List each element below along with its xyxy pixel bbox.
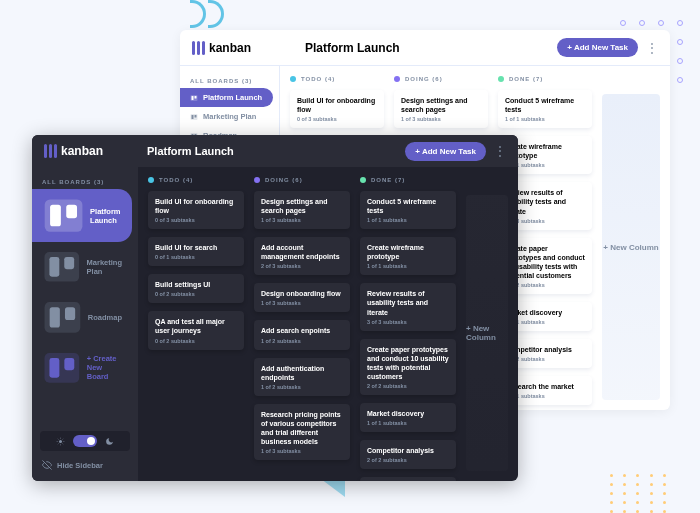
task-subtasks: 2 of 2 subtasks <box>367 457 449 463</box>
svg-rect-14 <box>64 257 74 269</box>
theme-toggle[interactable] <box>40 431 130 451</box>
task-card[interactable]: Design settings and search pages1 of 3 s… <box>254 191 350 229</box>
kebab-menu-icon[interactable]: ⋮ <box>646 41 658 55</box>
task-title: Create wireframe prototype <box>367 243 449 261</box>
task-card[interactable]: Build UI for onboarding flow0 of 3 subta… <box>290 90 384 128</box>
task-card[interactable]: Build settings UI0 of 2 subtasks <box>148 274 244 303</box>
task-title: Design settings and search pages <box>401 96 481 114</box>
column-header: DONE (7) <box>498 76 592 82</box>
sidebar-item-label: Marketing Plan <box>87 258 122 276</box>
task-card[interactable]: QA and test all major user journeys0 of … <box>148 311 244 349</box>
sidebar: ALL BOARDS (3) Platform LaunchMarketing … <box>32 167 138 481</box>
svg-rect-1 <box>192 96 194 100</box>
column-header: DONE (7) <box>360 177 456 183</box>
task-card[interactable]: Review results of usability tests and it… <box>360 283 456 330</box>
column-name: DONE (7) <box>509 76 543 82</box>
svg-rect-10 <box>50 205 61 227</box>
board-columns: TODO (4)Build UI for onboarding flow0 of… <box>138 167 518 481</box>
column: DOING (6)Design settings and search page… <box>254 177 350 471</box>
task-subtasks: 2 of 3 subtasks <box>261 263 343 269</box>
svg-rect-19 <box>49 357 59 377</box>
task-title: Build UI for search <box>155 243 237 252</box>
task-title: Add account management endpoints <box>261 243 343 261</box>
sidebar-item-marketing-plan[interactable]: Marketing Plan <box>32 242 132 292</box>
moon-icon <box>105 437 114 446</box>
task-title: Research pricing points of various compe… <box>261 410 343 446</box>
hide-sidebar-label: Hide Sidebar <box>57 461 103 470</box>
task-card[interactable]: Conduct 5 wireframe tests1 of 1 subtasks <box>360 191 456 229</box>
decoration-dots <box>610 474 670 513</box>
app-name: kanban <box>209 41 251 55</box>
task-card[interactable]: Add search enpoints1 of 2 subtasks <box>254 320 350 349</box>
sun-icon <box>56 437 65 446</box>
column-name: DOING (6) <box>265 177 303 183</box>
task-subtasks: 0 of 1 subtasks <box>155 254 237 260</box>
task-subtasks: 0 of 2 subtasks <box>155 338 237 344</box>
task-subtasks: 1 of 1 subtasks <box>367 217 449 223</box>
svg-point-21 <box>59 440 62 443</box>
column-header: TODO (4) <box>290 76 384 82</box>
task-title: Build settings UI <box>155 280 237 289</box>
page-title: Platform Launch <box>305 41 400 55</box>
task-title: Build UI for onboarding flow <box>155 197 237 215</box>
sidebar-item-label: Platform Launch <box>90 207 122 225</box>
task-subtasks: 0 of 3 subtasks <box>155 217 237 223</box>
task-card[interactable]: Add authentication endpoints1 of 2 subta… <box>254 358 350 396</box>
column-name: DONE (7) <box>371 177 405 183</box>
task-card[interactable]: Research the market1 of 1 subtasks <box>360 477 456 481</box>
task-card[interactable]: Design onboarding flow1 of 3 subtasks <box>254 283 350 312</box>
status-dot-icon <box>254 177 260 183</box>
task-card[interactable]: Competitor analysis2 of 2 subtasks <box>360 440 456 469</box>
task-card[interactable]: Add account management endpoints2 of 3 s… <box>254 237 350 275</box>
column-header: DOING (6) <box>394 76 488 82</box>
task-card[interactable]: Create wireframe prototype1 of 1 subtask… <box>360 237 456 275</box>
task-card[interactable]: Build UI for search0 of 1 subtasks <box>148 237 244 266</box>
task-subtasks: 1 of 3 subtasks <box>261 300 343 306</box>
svg-rect-13 <box>49 257 59 277</box>
kebab-menu-icon[interactable]: ⋮ <box>494 144 506 158</box>
svg-rect-4 <box>192 115 194 119</box>
logo: kanban <box>44 144 103 158</box>
task-card[interactable]: Research pricing points of various compe… <box>254 404 350 460</box>
task-title: Market discovery <box>367 409 449 418</box>
task-title: Design onboarding flow <box>261 289 343 298</box>
sidebar-item-platform-launch[interactable]: Platform Launch <box>32 189 132 242</box>
task-card[interactable]: Conduct 5 wireframe tests1 of 1 subtasks <box>498 90 592 128</box>
sidebar-item-label: Marketing Plan <box>203 112 256 121</box>
add-task-button[interactable]: + Add New Task <box>405 142 486 161</box>
boards-heading: ALL BOARDS (3) <box>180 74 279 88</box>
task-title: Add search enpoints <box>261 326 343 335</box>
sidebar-item-marketing-plan[interactable]: Marketing Plan <box>180 107 273 126</box>
toggle-switch[interactable] <box>73 435 97 447</box>
logo-bars-icon <box>44 144 57 158</box>
task-subtasks: 1 of 2 subtasks <box>261 338 343 344</box>
new-column-button[interactable]: + New Column <box>602 94 660 400</box>
add-task-button[interactable]: + Add New Task <box>557 38 638 57</box>
task-subtasks: 3 of 3 subtasks <box>367 319 449 325</box>
task-subtasks: 1 of 1 subtasks <box>367 420 449 426</box>
task-title: Conduct 5 wireframe tests <box>505 96 585 114</box>
hide-sidebar-button[interactable]: Hide Sidebar <box>40 457 130 473</box>
sidebar-item-platform-launch[interactable]: Platform Launch <box>180 88 273 107</box>
task-card[interactable]: Market discovery1 of 1 subtasks <box>360 403 456 432</box>
svg-rect-11 <box>66 205 77 218</box>
task-title: Review results of usability tests and it… <box>367 289 449 316</box>
page-title: Platform Launch <box>147 145 234 157</box>
status-dot-icon <box>394 76 400 82</box>
task-subtasks: 1 of 1 subtasks <box>367 263 449 269</box>
boards-heading: ALL BOARDS (3) <box>32 175 138 189</box>
task-card[interactable]: Design settings and search pages1 of 3 s… <box>394 90 488 128</box>
sidebar-item-roadmap[interactable]: Roadmap <box>32 292 132 343</box>
task-card[interactable]: Build UI for onboarding flow0 of 3 subta… <box>148 191 244 229</box>
task-title: Competitor analysis <box>367 446 449 455</box>
task-title: Build UI for onboarding flow <box>297 96 377 114</box>
sidebar-item-label: Roadmap <box>88 313 122 322</box>
eye-off-icon <box>42 460 52 470</box>
create-board-button[interactable]: + Create New Board <box>32 343 132 393</box>
new-column-button[interactable]: + New Column <box>466 195 508 471</box>
app-dark-window: kanban Platform Launch + Add New Task ⋮ … <box>32 135 518 481</box>
create-board-label: + Create New Board <box>87 354 122 381</box>
column-header: TODO (4) <box>148 177 244 183</box>
column: DONE (7)Conduct 5 wireframe tests1 of 1 … <box>360 177 456 471</box>
task-card[interactable]: Create paper prototypes and conduct 10 u… <box>360 339 456 395</box>
